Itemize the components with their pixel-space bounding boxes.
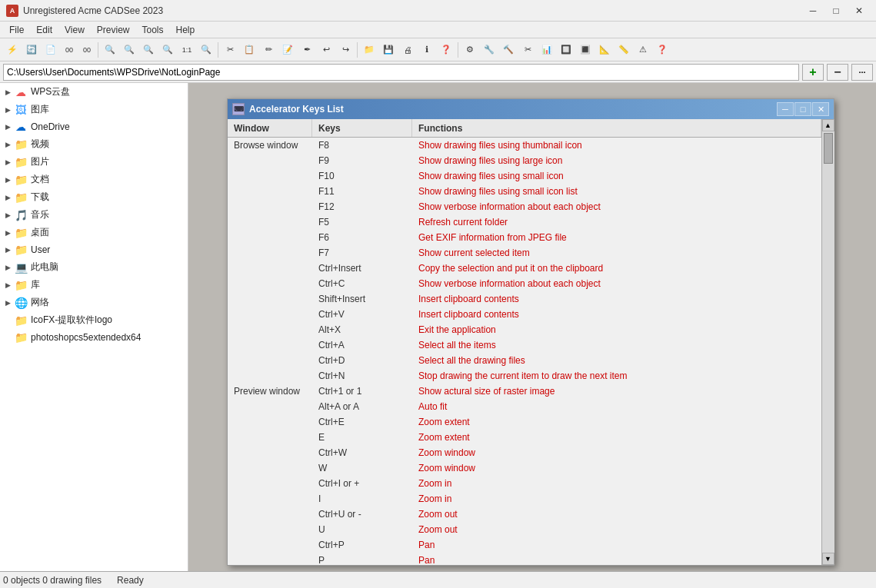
menu-tools[interactable]: Tools — [136, 23, 170, 37]
tb-print[interactable]: 🖨 — [398, 41, 417, 59]
col-header-keys: Keys — [312, 119, 412, 137]
key-p: P — [312, 555, 412, 566]
key-ctrl-u: Ctrl+U or - — [312, 509, 412, 520]
tb-measure[interactable]: 📐 — [595, 41, 614, 59]
tb-redo[interactable]: ↪ — [336, 41, 355, 59]
list-item: F7 Show current selected item — [228, 245, 821, 261]
key-ctrl-v: Ctrl+V — [312, 309, 412, 320]
sidebar-item-docs[interactable]: ▶ 📁 文档 — [0, 171, 188, 188]
tb-grid1[interactable]: 🔲 — [557, 41, 575, 59]
func-ctrl-insert: Copy the selection and put it on the cli… — [412, 263, 821, 274]
tb-refresh[interactable]: 🔄 — [22, 41, 41, 59]
tb-paste[interactable]: 📋 — [240, 41, 258, 59]
address-go-plus[interactable]: + — [802, 64, 824, 81]
address-go-minus[interactable]: − — [827, 64, 848, 81]
address-more[interactable]: ··· — [851, 64, 873, 81]
images-icon: 📁 — [14, 156, 28, 168]
sidebar-item-gallery[interactable]: ▶ 🖼 图库 — [0, 101, 188, 118]
tb-pen[interactable]: ✒ — [298, 41, 316, 59]
expand-icon-pc: ▶ — [3, 263, 12, 272]
menu-file[interactable]: File — [3, 23, 30, 37]
tb-undo[interactable]: ↩ — [317, 41, 335, 59]
tb-warn[interactable]: ⚠ — [634, 41, 652, 59]
expand-icon-library: ▶ — [3, 281, 12, 290]
menu-help[interactable]: Help — [170, 23, 202, 37]
tb-help2[interactable]: ❓ — [653, 41, 671, 59]
tb-note[interactable]: 📝 — [278, 41, 297, 59]
sidebar-item-pc[interactable]: ▶ 💻 此电脑 — [0, 258, 188, 276]
menu-preview[interactable]: Preview — [91, 23, 136, 37]
sidebar-item-photoshop[interactable]: ▶ 📁 photoshopcs5extendedx64 — [0, 329, 188, 346]
tb-00a[interactable]: 00 — [61, 41, 78, 59]
func-ctrl-v: Insert clipboard contents — [412, 309, 821, 320]
tb-save[interactable]: 💾 — [379, 41, 398, 59]
scroll-thumb[interactable] — [824, 133, 833, 164]
sidebar-item-user[interactable]: ▶ 📁 User — [0, 241, 188, 258]
tb-zoom-1to1[interactable]: 1:1 — [178, 41, 196, 59]
sidebar-label-library: 库 — [31, 278, 40, 291]
menu-edit[interactable]: Edit — [30, 23, 58, 37]
func-i: Zoom in — [412, 493, 821, 504]
expand-icon-images: ▶ — [3, 158, 12, 167]
list-item: I Zoom in — [228, 491, 821, 507]
key-alt-a: Alt+A or A — [312, 401, 412, 412]
sidebar-item-video[interactable]: ▶ 📁 视频 — [0, 135, 188, 153]
tb-zoom-extent[interactable]: 🔍 — [158, 41, 177, 59]
func-w: Zoom window — [412, 463, 821, 473]
key-ctrl1: Ctrl+1 or 1 — [312, 386, 412, 397]
sidebar-item-onedrive[interactable]: ▶ ☁ OneDrive — [0, 118, 188, 135]
tb-zoom-out[interactable]: 🔍 — [120, 41, 138, 59]
list-item: W Zoom window — [228, 460, 821, 476]
modal-maximize[interactable]: □ — [794, 102, 811, 116]
address-input[interactable] — [3, 64, 799, 81]
tb-sep3 — [357, 42, 358, 58]
pc-icon: 💻 — [14, 261, 28, 274]
tb-draw[interactable]: ✏ — [259, 41, 278, 59]
tb-chart[interactable]: 📊 — [538, 41, 556, 59]
tb-cut[interactable]: ✂ — [221, 41, 239, 59]
sidebar-item-library[interactable]: ▶ 📁 库 — [0, 276, 188, 294]
sidebar-item-network[interactable]: ▶ 🌐 网络 — [0, 294, 188, 311]
modal-close[interactable]: ✕ — [812, 102, 829, 116]
tb-info[interactable]: ℹ — [418, 41, 436, 59]
sidebar-item-desktop[interactable]: ▶ 📁 桌面 — [0, 224, 188, 241]
key-ctrl-a: Ctrl+A — [312, 340, 412, 350]
tb-zoom-in[interactable]: 🔍 — [101, 41, 119, 59]
tb-zoom-window[interactable]: 🔍 — [197, 41, 215, 59]
table-header: Window Keys Functions — [228, 119, 821, 138]
minimize-button[interactable]: ─ — [802, 3, 824, 18]
func-ctrl-c: Show verbose information about each obje… — [412, 278, 821, 289]
sidebar-item-downloads[interactable]: ▶ 📁 下载 — [0, 188, 188, 206]
tb-tool2[interactable]: 🔨 — [499, 41, 518, 59]
tb-new[interactable]: 📄 — [42, 41, 60, 59]
network-icon: 🌐 — [14, 297, 28, 309]
tb-open[interactable]: 📁 — [360, 41, 378, 59]
tb-clip[interactable]: ✂ — [518, 41, 537, 59]
col-header-functions: Functions — [412, 119, 821, 137]
modal-controls: ─ □ ✕ — [777, 102, 829, 116]
sidebar-label-wps: WPS云盘 — [31, 85, 70, 98]
func-ctrl-p: Pan — [412, 540, 821, 550]
scroll-down-button[interactable]: ▼ — [822, 553, 834, 565]
key-ctrl-c: Ctrl+C — [312, 278, 412, 289]
func-ctrl1: Show actural size of raster image — [412, 386, 821, 397]
sidebar-item-wps[interactable]: ▶ ☁ WPS云盘 — [0, 83, 188, 101]
maximize-button[interactable]: □ — [825, 3, 847, 18]
tb-tool1[interactable]: 🔧 — [480, 41, 498, 59]
tb-zoom-fit[interactable]: 🔍 — [139, 41, 158, 59]
tb-power[interactable]: ⚡ — [3, 41, 22, 59]
status-objects: 0 objects 0 drawing files — [3, 575, 102, 586]
sidebar-item-images[interactable]: ▶ 📁 图片 — [0, 153, 188, 171]
sidebar-item-music[interactable]: ▶ 🎵 音乐 — [0, 206, 188, 224]
tb-help[interactable]: ❓ — [437, 41, 455, 59]
modal-minimize[interactable]: ─ — [777, 102, 794, 116]
tb-00b[interactable]: 00 — [78, 41, 95, 59]
menu-view[interactable]: View — [58, 23, 91, 37]
close-button[interactable]: ✕ — [848, 3, 870, 18]
sidebar-item-icofx[interactable]: ▶ 📁 IcoFX-提取软件logo — [0, 311, 188, 329]
tb-grid2[interactable]: 🔳 — [576, 41, 595, 59]
scroll-up-button[interactable]: ▲ — [822, 119, 834, 131]
key-ctrl-n: Ctrl+N — [312, 370, 412, 381]
tb-ruler[interactable]: 📏 — [615, 41, 633, 59]
tb-settings[interactable]: ⚙ — [461, 41, 479, 59]
